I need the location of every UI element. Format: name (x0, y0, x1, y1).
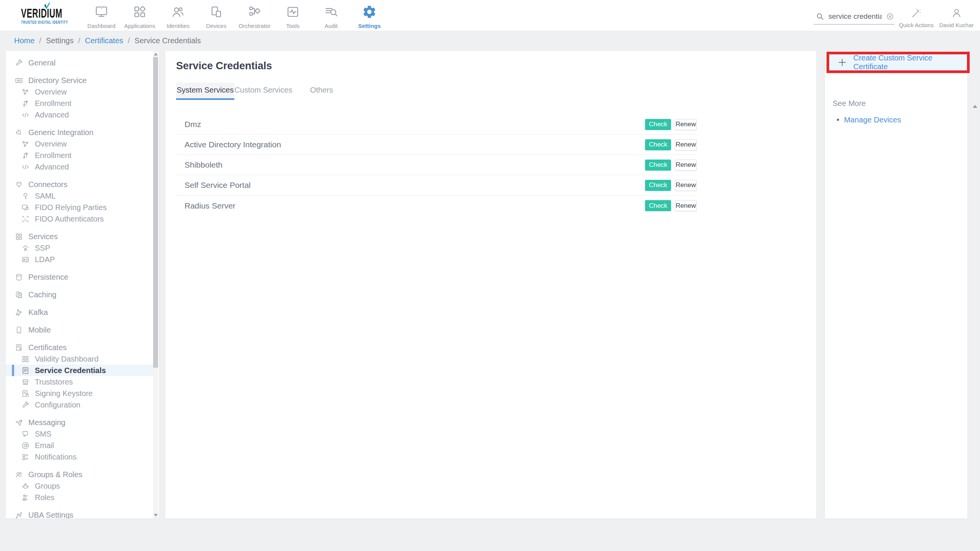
scroll-up-icon[interactable] (154, 53, 158, 55)
mobile-icon (15, 326, 23, 334)
sidebar-item-label: Generic Integration (28, 128, 93, 137)
nav-item-devices[interactable]: Devices (197, 5, 235, 29)
tab-others[interactable]: Others (292, 83, 351, 100)
scroll-down-icon[interactable] (154, 514, 158, 517)
header-right: Quick Actions David Kuchar (814, 3, 980, 28)
check-button[interactable]: Check (645, 200, 671, 211)
sidebar-item-email[interactable]: Email (6, 440, 154, 451)
tools-icon (286, 5, 300, 19)
sidebar-item-overview[interactable]: Overview (6, 86, 154, 98)
renew-button[interactable]: Renew (675, 119, 697, 130)
tab-system-services[interactable]: System Services (176, 83, 234, 100)
sidebar-item-label: Enrollment (35, 151, 72, 160)
renew-button[interactable]: Renew (675, 180, 697, 191)
orchestrator-icon (247, 5, 262, 19)
sidebar-item-service-credentials[interactable]: Service Credentials (6, 365, 154, 376)
sidebar-item-mobile[interactable]: Mobile (6, 324, 154, 336)
breadcrumb-separator: / (78, 36, 80, 45)
sidebar-item-services[interactable]: Services (6, 231, 154, 242)
breadcrumb-item: Service Credentials (134, 36, 201, 45)
search-input[interactable] (828, 12, 882, 21)
sidebar-item-certificates[interactable]: Certificates (6, 342, 154, 353)
logo-check-icon (44, 2, 50, 10)
veridium-logo[interactable]: VERIDIUM TRUSTED DIGITAL IDENTITY (0, 7, 82, 24)
sidebar-item-ldap[interactable]: LDAP (6, 254, 154, 265)
tab-custom-services[interactable]: Custom Services (234, 83, 292, 100)
sidebar-item-validity-dashboard[interactable]: Validity Dashboard (6, 353, 154, 365)
bullet-icon: • (836, 115, 840, 125)
primary-nav: DashboardApplicationsIdentitiesDevicesOr… (82, 0, 389, 31)
nav-item-applications[interactable]: Applications (121, 5, 159, 29)
breadcrumb-item[interactable]: Certificates (85, 36, 123, 45)
sidebar-item-caching[interactable]: Caching (6, 289, 154, 300)
sidebar-item-label: Directory Service (28, 76, 87, 85)
sidebar-item-enrollment[interactable]: Enrollment (6, 150, 154, 161)
clear-search-icon[interactable] (886, 12, 894, 21)
user-menu[interactable]: David Kuchar (938, 7, 975, 28)
sidebar-item-messaging[interactable]: Messaging (6, 417, 154, 428)
sidebar-item-saml[interactable]: SAML (6, 190, 154, 202)
nav-item-identities[interactable]: Identities (159, 5, 197, 29)
breadcrumb-item[interactable]: Home (14, 36, 34, 45)
sidebar-item-label: SSP (35, 244, 50, 253)
sidebar-scrollbar[interactable] (153, 51, 158, 518)
gear-icon (362, 5, 377, 19)
sidebar-item-kafka[interactable]: Kafka (6, 306, 154, 318)
sidebar-item-persistence[interactable]: Persistence (6, 271, 154, 283)
sidebar-item-notifications[interactable]: Notifications (6, 451, 154, 463)
sidebar-item-ssp[interactable]: SSP (6, 242, 154, 254)
sidebar-item-uba-settings[interactable]: UBA Settings (6, 509, 154, 518)
check-button[interactable]: Check (645, 180, 671, 191)
sidebar-item-label: FIDO Authenticators (35, 215, 104, 223)
sidebar-item-label: General (28, 59, 56, 67)
face-scan-icon (21, 215, 29, 223)
manage-devices-link[interactable]: Manage Devices (844, 116, 901, 124)
sidebar-item-signing-keystore[interactable]: Signing Keystore (6, 388, 154, 399)
sidebar-item-advanced[interactable]: Advanced (6, 109, 154, 121)
applications-icon (132, 5, 147, 19)
service-row: Active Directory IntegrationCheckRenew (176, 135, 697, 155)
sidebar-item-truststores[interactable]: Truststores (6, 376, 154, 388)
sidebar-item-advanced[interactable]: Advanced (6, 161, 154, 173)
devices-icon (209, 5, 224, 19)
nav-label: Tools (286, 23, 299, 29)
quick-actions-button[interactable]: Quick Actions (898, 7, 934, 28)
sidebar-item-groups-roles[interactable]: Groups & Roles (6, 469, 154, 480)
scrollbar-thumb[interactable] (153, 57, 158, 368)
sidebar-item-generic-integration[interactable]: Generic Integration (6, 127, 154, 138)
renew-button[interactable]: Renew (675, 160, 697, 171)
sidebar-item-overview[interactable]: Overview (6, 138, 154, 150)
global-search[interactable] (814, 10, 894, 24)
sidebar-item-connectors[interactable]: Connectors (6, 179, 154, 190)
check-button[interactable]: Check (645, 160, 671, 171)
wrench-icon (21, 401, 29, 409)
nav-label: Identities (167, 23, 189, 29)
sidebar-item-label: Configuration (35, 401, 80, 409)
create-custom-service-certificate-button[interactable]: Create Custom Service Certificate (829, 54, 967, 70)
sms-icon (21, 430, 29, 438)
renew-button[interactable]: Renew (675, 139, 697, 150)
sidebar-item-enrollment[interactable]: Enrollment (6, 98, 154, 109)
nav-item-dashboard[interactable]: Dashboard (82, 5, 121, 29)
sidebar-item-fido-authenticators[interactable]: FIDO Authenticators (6, 213, 154, 225)
sidebar-item-groups[interactable]: Groups (6, 480, 154, 492)
ad-badge-icon: AD (15, 77, 23, 85)
sidebar-item-directory-service[interactable]: ADDirectory Service (6, 75, 154, 86)
people-icon (15, 471, 23, 479)
sidebar-item-roles[interactable]: Roles (6, 492, 154, 503)
nav-item-tools[interactable]: Tools (274, 5, 312, 29)
page-scroll-up-icon[interactable] (973, 105, 977, 108)
sidebar-item-configuration[interactable]: Configuration (6, 399, 154, 411)
sidebar-item-sms[interactable]: SMS (6, 428, 154, 440)
breadcrumb: Home/Settings/Certificates/Service Crede… (0, 31, 980, 51)
check-button[interactable]: Check (645, 139, 671, 150)
sidebar-item-general[interactable]: General (6, 57, 154, 68)
sidebar-item-label: Truststores (35, 378, 73, 386)
renew-button[interactable]: Renew (675, 200, 697, 211)
nav-item-settings[interactable]: Settings (350, 5, 389, 29)
check-button[interactable]: Check (645, 119, 671, 130)
nav-item-orchestrator[interactable]: Orchestrator (235, 5, 274, 29)
nav-item-audit[interactable]: Audit (312, 5, 350, 29)
service-list: DmzCheckRenewActive Directory Integratio… (176, 114, 697, 216)
sidebar-item-fido-relying-parties[interactable]: FIDO Relying Parties (6, 202, 154, 213)
